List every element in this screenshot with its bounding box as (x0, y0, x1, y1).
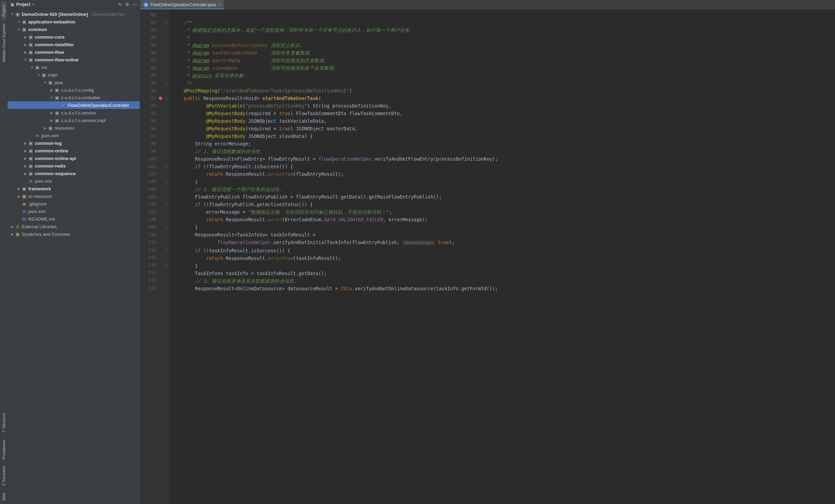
line-number[interactable]: 83 (140, 26, 156, 34)
code-line[interactable]: // 2. 验证流程一个用户任务的合法性。 (173, 185, 835, 193)
arrow-right-icon[interactable] (23, 141, 28, 145)
line-number[interactable]: 110 (140, 231, 156, 239)
code-line[interactable]: String errorMessage; (173, 140, 835, 148)
code-line[interactable]: * @return 应答结果对象。 (173, 72, 835, 79)
tree-row[interactable]: ▣zz-resource (8, 192, 140, 200)
code-line[interactable]: @MyRequestBody JSONObject taskVariableDa… (173, 117, 835, 125)
editor-tab[interactable]: C FlowOnlineOperationController.java × (140, 0, 224, 9)
line-number[interactable]: 92 (140, 94, 156, 102)
breakpoint-icon[interactable] (159, 97, 162, 100)
code-line[interactable]: } (173, 262, 835, 270)
line-number[interactable]: 86 (140, 49, 156, 57)
line-number[interactable]: 89 (140, 72, 156, 79)
tree-row[interactable]: ⫼External Libraries (8, 223, 140, 230)
arrow-right-icon[interactable] (23, 172, 28, 175)
tree-row[interactable]: mpom.xml (8, 132, 140, 139)
arrow-right-icon[interactable] (17, 187, 21, 191)
line-number[interactable]: 88 (140, 64, 156, 72)
tree-row[interactable]: ▣Scratches and Consoles (8, 230, 140, 238)
code-line[interactable]: ResponseResult<FlowEntry> flowEntryResul… (173, 155, 835, 163)
line-number[interactable]: 102 (140, 170, 156, 178)
close-icon[interactable]: × (218, 2, 220, 7)
fold-marker[interactable]: ⊖ (164, 223, 169, 231)
code-line[interactable]: @PathVariable("processDefinitionKey") St… (173, 102, 835, 110)
tree-row[interactable]: ▣common-online (8, 147, 140, 154)
tool-tab-persistence[interactable]: Persistence (1, 436, 7, 463)
tool-tab-web[interactable]: Web (1, 490, 7, 504)
arrow-down-icon[interactable] (17, 28, 21, 31)
line-number[interactable]: 113 (140, 254, 156, 261)
code-line[interactable]: return ResponseResult.errorFrom(flowEntr… (173, 170, 835, 178)
tree-row[interactable]: ▣common-datafilter (8, 41, 140, 48)
line-number[interactable]: 87 (140, 57, 156, 64)
code-line[interactable]: * @param masterData 流程审批相关的主表数据。 (173, 57, 835, 64)
arrow-right-icon[interactable] (10, 232, 14, 236)
fold-marker[interactable]: ⊖ (164, 94, 169, 102)
tree-row[interactable]: ▣c.o.d.c.f.o.config (8, 86, 140, 94)
code-line[interactable]: /** (173, 19, 835, 26)
line-number[interactable]: 115 (140, 269, 156, 276)
collapse-icon[interactable]: — (132, 2, 137, 7)
line-number[interactable]: 109 (140, 223, 156, 231)
arrow-right-icon[interactable] (23, 50, 28, 54)
tree-row[interactable]: ▣resources (8, 124, 140, 132)
tree-row[interactable]: ▣main (8, 71, 140, 79)
line-number[interactable]: 111 (140, 239, 156, 246)
fold-gutter[interactable]: ⊖⊖⊖⊖⊖⊖⊖⊖⊖ (164, 10, 169, 504)
code-line[interactable]: if (!flowEntryResult.isSuccess()) { (173, 163, 835, 170)
fold-marker[interactable]: ⊖ (164, 178, 169, 185)
code-line[interactable]: * @param slaveData 流程审批相关的多个从表数据。 (173, 64, 835, 72)
arrow-right-icon[interactable] (50, 119, 54, 122)
line-number[interactable]: 100 (140, 155, 156, 163)
code-line[interactable]: if (!flowEntryPublish.getActiveStatus())… (173, 201, 835, 208)
line-number[interactable]: 116 (140, 276, 156, 284)
line-number[interactable]: 98 (140, 140, 156, 148)
select-opened-file-icon[interactable]: ⇆ (118, 2, 122, 7)
arrow-down-icon[interactable] (17, 20, 21, 24)
code-line[interactable]: return ResponseResult.error(ErrorCodeEnu… (173, 216, 835, 223)
tree-row[interactable]: ▣c.o.d.c.f.o.service (8, 109, 140, 117)
chevron-down-icon[interactable]: ▾ (32, 2, 34, 6)
tree-row[interactable]: ▣common-flow-online (8, 56, 140, 63)
tool-tab-structure[interactable]: 7: Structure (1, 410, 7, 436)
tree-row[interactable]: ▣src (8, 63, 140, 71)
arrow-right-icon[interactable] (23, 35, 28, 39)
line-number[interactable]: 90 (140, 79, 156, 87)
tree-row[interactable]: ▣common-sequence (8, 170, 140, 177)
line-number[interactable]: 104 (140, 185, 156, 193)
code-line[interactable]: if (!taskInfoResult.isSuccess()) { (173, 247, 835, 254)
code-line[interactable]: */ (173, 79, 835, 87)
code-line[interactable]: // 3. 验证在线表单及其关联数据源的合法性。 (173, 277, 835, 285)
line-number[interactable]: 106 (140, 201, 156, 208)
tree-row[interactable]: ▣framework (8, 185, 140, 192)
tool-tab-alibaba[interactable]: Alibaba Cloud Explorer (1, 20, 7, 66)
fold-marker[interactable]: ⊖ (164, 246, 169, 254)
line-number[interactable]: 107 (140, 208, 156, 216)
code-line[interactable]: return ResponseResult.errorFrom(taskInfo… (173, 254, 835, 262)
tree-row[interactable]: ▣java (8, 79, 140, 86)
line-number[interactable]: 93 (140, 102, 156, 110)
fold-marker[interactable]: ⊖ (164, 19, 169, 26)
line-number-gutter[interactable]: 8182838485868788899091929394959697989910… (140, 10, 164, 504)
tree-root[interactable]: ▣ DemoOnline-520 [DemoOnline] ~/Desktop/… (8, 10, 140, 18)
line-number[interactable]: 96 (140, 125, 156, 132)
tree-row[interactable]: ▣common-log (8, 139, 140, 147)
arrow-down-icon[interactable] (23, 58, 28, 62)
tree-row[interactable]: mpom.xml (8, 208, 140, 215)
fold-marker[interactable]: ⊖ (164, 163, 169, 170)
arrow-right-icon[interactable] (23, 157, 28, 160)
code-line[interactable]: * @param taskVariableData 流程任务变量数据。 (173, 49, 835, 57)
arrow-right-icon[interactable] (50, 88, 54, 92)
arrow-right-icon[interactable] (50, 111, 54, 115)
tree-row[interactable]: ▤README.md (8, 215, 140, 223)
gear-icon[interactable]: ✿ (125, 2, 129, 7)
line-number[interactable]: 117 (140, 284, 156, 292)
line-number[interactable]: 108 (140, 216, 156, 223)
arrow-down-icon[interactable] (30, 65, 34, 69)
tree-row[interactable]: ◆.gitignore (8, 200, 140, 208)
line-number[interactable]: 91 (140, 87, 156, 94)
arrow-right-icon[interactable] (23, 149, 28, 153)
code-line[interactable]: // 1. 验证流程数据的合法性。 (173, 148, 835, 155)
tree-row[interactable]: ▣c.o.d.c.f.o.service.impl (8, 117, 140, 124)
line-number[interactable]: 82 (140, 19, 156, 26)
